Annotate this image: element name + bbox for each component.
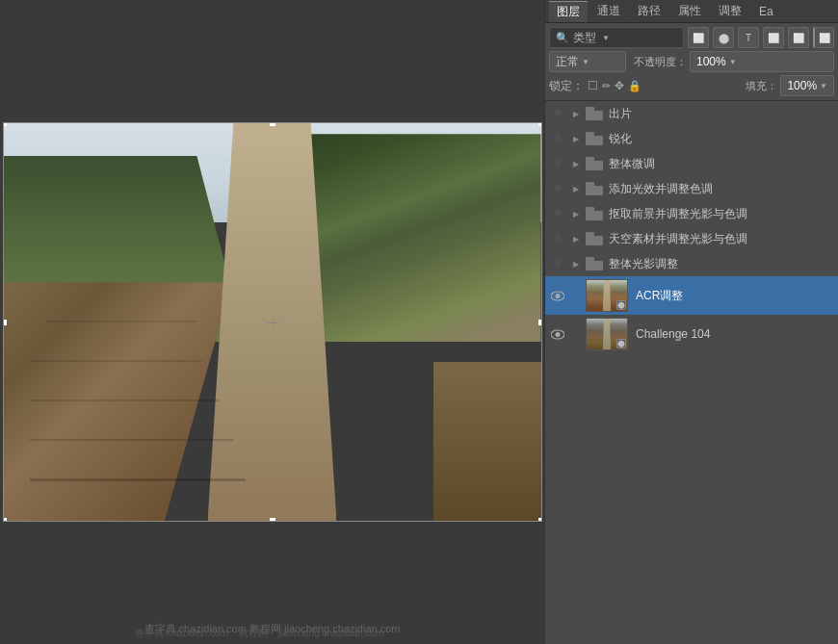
smart-object-icon: ⬤ <box>617 340 625 348</box>
lock-icon-move[interactable]: ✥ <box>615 79 624 92</box>
transform-handle-bl[interactable] <box>3 518 7 522</box>
folder-icon <box>586 182 603 195</box>
filter-icon-extra[interactable]: ⬜ <box>813 27 834 48</box>
fill-input[interactable]: 100% ▼ <box>780 75 834 96</box>
list-item[interactable]: 👁 ▶ 整体光影调整 <box>545 251 838 276</box>
layer-expand-toggle[interactable]: ▶ <box>570 185 582 193</box>
lock-icon-check[interactable]: ☐ <box>588 79 598 92</box>
layer-thumbnail: ⬤ <box>586 318 628 350</box>
expand-arrow-icon: ▶ <box>573 110 579 118</box>
filter-icon-smart[interactable]: ⬜ <box>788 27 809 48</box>
fill-value: 100% <box>787 79 817 92</box>
tab-channels[interactable]: 通道 <box>589 1 628 21</box>
expand-arrow-icon: ▶ <box>573 185 579 193</box>
list-item[interactable]: 👁 ▶ 整体微调 <box>545 151 838 176</box>
filter-icon-circle[interactable]: ⬤ <box>713 27 734 48</box>
expand-arrow-icon: ▶ <box>573 260 579 269</box>
transform-handle-br[interactable] <box>538 518 542 522</box>
filter-row: 🔍 类型 ▼ ⬜ ⬤ T ⬜ ⬜ ⬜ <box>549 27 834 48</box>
opacity-input[interactable]: 100% ▼ <box>690 51 834 72</box>
filter-box[interactable]: 🔍 类型 ▼ <box>549 27 684 48</box>
layer-visibility-toggle[interactable]: 👁 <box>549 207 566 220</box>
fill-arrow: ▼ <box>820 82 827 90</box>
folder-icon <box>586 132 603 145</box>
layer-expand-toggle[interactable]: ▶ <box>570 135 582 143</box>
layer-name: 抠取前景并调整光影与色调 <box>609 206 834 222</box>
blend-mode-arrow: ▼ <box>582 58 589 66</box>
folder-icon <box>586 107 603 120</box>
blend-mode-value: 正常 <box>556 54 579 70</box>
layer-visibility-toggle[interactable] <box>549 291 566 301</box>
folder-icon <box>586 232 603 245</box>
opacity-label: 不透明度： <box>634 55 687 69</box>
lock-fill-row: 锁定： ☐ ✏ ✥ 🔒 填充： 100% ▼ <box>549 75 834 96</box>
lock-label: 锁定： <box>549 78 584 94</box>
expand-arrow-icon: ▶ <box>573 235 579 244</box>
tab-layers[interactable]: 图层 <box>549 1 588 22</box>
transform-handle-tl[interactable] <box>3 122 7 126</box>
expand-arrow-icon: ▶ <box>573 210 579 219</box>
blend-mode-select[interactable]: 正常 ▼ <box>549 51 626 72</box>
opacity-arrow: ▼ <box>729 58 737 66</box>
filter-label: 类型 <box>573 30 596 46</box>
blend-row: 正常 ▼ 不透明度： 100% ▼ <box>549 51 834 72</box>
filter-icon-text[interactable]: T <box>738 27 759 48</box>
layer-visibility-toggle[interactable]: 👁 <box>549 257 566 270</box>
lock-icon-pencil[interactable]: ✏ <box>602 80 611 92</box>
layer-visibility-toggle[interactable]: 👁 <box>549 107 566 120</box>
filter-icon-rect[interactable]: ⬜ <box>688 27 709 48</box>
layers-list: 👁 ▶ 出片 👁 ▶ 锐化 👁 ▶ <box>545 101 838 644</box>
layer-expand-toggle[interactable]: ▶ <box>570 210 582 219</box>
svg-point-1 <box>556 294 561 298</box>
search-icon: 🔍 <box>556 32 569 44</box>
right-panel: 图层 通道 路径 属性 调整 Ea 🔍 类型 ▼ ⬜ ⬤ T ⬜ ⬜ ⬜ 正常 <box>544 0 838 644</box>
eye-icon <box>551 329 564 340</box>
tab-paths[interactable]: 路径 <box>630 1 668 21</box>
crosshair <box>267 317 278 328</box>
layer-name: Challenge 104 <box>636 327 834 341</box>
canvas-wrapper[interactable] <box>3 122 542 522</box>
list-item[interactable]: 👁 ▶ 锐化 <box>545 126 838 151</box>
folder-icon <box>586 157 603 170</box>
layer-thumbnail: ⬤ <box>586 279 628 312</box>
layer-visibility-toggle[interactable] <box>549 329 566 340</box>
transform-handle-mr[interactable] <box>538 320 542 325</box>
watermark-bottom: 查字典.chazidian.com 教程网 jiaocheng.chazidia… <box>135 627 383 640</box>
layer-name: 添加光效并调整色调 <box>609 181 834 197</box>
folder-icon <box>586 207 603 220</box>
layer-visibility-toggle[interactable]: 👁 <box>549 132 566 145</box>
filter-icon-shape[interactable]: ⬜ <box>763 27 784 48</box>
tab-adjustments[interactable]: 调整 <box>711 1 749 21</box>
expand-arrow-icon: ▶ <box>573 160 579 168</box>
layer-visibility-toggle[interactable]: 👁 <box>549 232 566 245</box>
lock-icon-lock[interactable]: 🔒 <box>628 80 642 92</box>
fill-label: 填充： <box>746 79 777 93</box>
layer-expand-toggle[interactable]: ▶ <box>570 160 582 168</box>
list-item[interactable]: ⬤ Challenge 104 <box>545 315 838 353</box>
opacity-value: 100% <box>696 55 726 68</box>
expand-arrow-icon: ▶ <box>573 135 579 143</box>
layer-visibility-toggle[interactable]: 👁 <box>549 157 566 170</box>
folder-icon <box>586 257 603 270</box>
list-item[interactable]: 👁 ▶ 出片 <box>545 101 838 126</box>
transform-handle-bm[interactable] <box>270 518 275 522</box>
eye-icon <box>551 291 564 301</box>
fill-container: 填充： 100% ▼ <box>746 75 834 96</box>
transform-handle-tr[interactable] <box>538 122 542 126</box>
layer-visibility-toggle[interactable]: 👁 <box>549 182 566 195</box>
tab-ea[interactable]: Ea <box>751 3 781 20</box>
layer-name: ACR调整 <box>636 288 834 304</box>
list-item[interactable]: 👁 ▶ 天空素材并调整光影与色调 <box>545 226 838 251</box>
transform-handle-tm[interactable] <box>270 122 275 126</box>
svg-point-3 <box>556 332 561 337</box>
list-item[interactable]: 👁 ▶ 添加光效并调整色调 <box>545 176 838 201</box>
layer-expand-toggle[interactable]: ▶ <box>570 235 582 244</box>
layer-expand-toggle[interactable]: ▶ <box>570 110 582 118</box>
layer-name: 出片 <box>609 106 834 122</box>
tab-properties[interactable]: 属性 <box>670 1 709 21</box>
transform-handle-ml[interactable] <box>3 320 7 325</box>
list-item[interactable]: 👁 ▶ 抠取前景并调整光影与色调 <box>545 201 838 226</box>
layer-name: 整体微调 <box>609 156 834 172</box>
layer-expand-toggle[interactable]: ▶ <box>570 260 582 269</box>
list-item[interactable]: ⬤ ACR调整 <box>545 276 838 315</box>
